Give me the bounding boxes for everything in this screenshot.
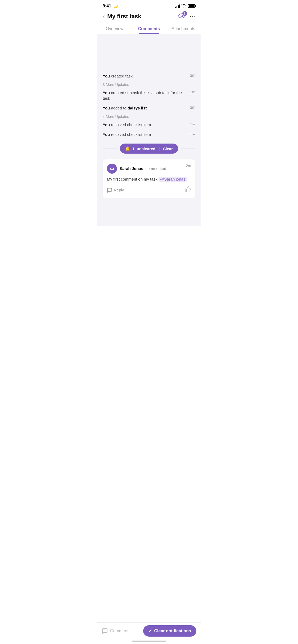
wifi-icon	[182, 4, 186, 8]
status-icons	[175, 4, 195, 8]
comment-text: My first comment on my task	[107, 177, 157, 181]
uncleared-button[interactable]: 🔔 1 uncleared | Clear	[120, 144, 178, 154]
comment-author-info: Sarah Jonas commented	[120, 166, 166, 171]
content-spacer	[103, 39, 195, 71]
updates-area: You created task 2m 3 More Updates You c…	[97, 34, 201, 226]
activity-text: You added to daisys list	[103, 105, 187, 111]
comment-header: SJ Sarah Jonas commented 2m	[107, 164, 191, 174]
divider-line-left	[103, 149, 117, 149]
back-button[interactable]: ‹	[103, 13, 105, 20]
activity-text: You resolved checklist item	[103, 122, 185, 127]
comment-time: 2m	[186, 164, 191, 168]
status-time: 9:41	[103, 4, 111, 8]
reply-label: Reply	[114, 188, 124, 192]
reply-button[interactable]: Reply	[107, 187, 124, 193]
tab-bar: Overview Comments Attachments	[97, 23, 201, 34]
avatar: SJ	[107, 164, 117, 174]
comment-author-row: SJ Sarah Jonas commented	[107, 164, 166, 174]
content-area: You created task 2m 3 More Updates You c…	[97, 34, 201, 226]
tab-overview[interactable]: Overview	[97, 23, 132, 34]
moon-icon: 🌙	[113, 4, 118, 8]
comment-verb: commented	[146, 166, 166, 171]
activity-item: You added to daisys list 2m	[103, 103, 195, 113]
comment-card: SJ Sarah Jonas commented 2m My first com…	[103, 159, 195, 198]
battery-icon	[188, 4, 195, 8]
status-time-area: 9:41 🌙	[103, 4, 118, 8]
uncleared-count: 1	[132, 146, 134, 151]
header-right: 1 ···	[178, 13, 195, 20]
tab-attachments[interactable]: Attachments	[166, 23, 201, 34]
header: ‹ My first task 1 ···	[97, 10, 201, 23]
more-updates-3[interactable]: 3 More Updates	[103, 81, 195, 88]
activity-text: You resolved checklist item	[103, 132, 185, 137]
comment-body: My first comment on my task @Sarah jonas	[107, 176, 191, 182]
activity-text: You created task	[103, 73, 187, 79]
thumbs-up-icon	[185, 186, 191, 192]
status-bar: 9:41 🌙	[97, 0, 201, 10]
reply-icon	[107, 187, 112, 193]
comment-actions: Reply	[107, 186, 191, 194]
more-updates-4[interactable]: 4 More Updates	[103, 113, 195, 120]
more-button[interactable]: ···	[190, 13, 195, 20]
watch-button[interactable]: 1	[178, 13, 186, 20]
bell-icon: 🔔	[125, 146, 130, 151]
uncleared-label: uncleared	[137, 146, 155, 151]
svg-point-1	[181, 15, 183, 17]
notification-badge: 1	[182, 11, 187, 16]
activity-item: You resolved checklist item now	[103, 130, 195, 139]
activity-time: 2m	[190, 73, 195, 77]
header-left: ‹ My first task	[103, 13, 141, 20]
activity-item: You resolved checklist item now	[103, 120, 195, 130]
clear-label: Clear	[163, 146, 173, 151]
tab-comments[interactable]: Comments	[132, 23, 166, 34]
activity-time: 2m	[190, 105, 195, 109]
activity-time: now	[188, 122, 195, 126]
comment-author-name: Sarah Jonas	[120, 166, 143, 171]
activity-text: You created subtask this is a sub task f…	[103, 90, 187, 101]
signal-icon	[175, 4, 180, 8]
mention-tag[interactable]: @Sarah jonas	[159, 177, 187, 182]
activity-item: You created subtask this is a sub task f…	[103, 88, 195, 103]
divider-sep: |	[159, 146, 160, 151]
activity-time: now	[188, 132, 195, 136]
activity-time: 2m	[190, 90, 195, 94]
divider-line-right	[181, 149, 195, 149]
page-title: My first task	[107, 13, 141, 20]
activity-item: You created task 2m	[103, 71, 195, 81]
uncleared-divider: 🔔 1 uncleared | Clear	[103, 139, 195, 157]
like-button[interactable]	[185, 186, 191, 194]
